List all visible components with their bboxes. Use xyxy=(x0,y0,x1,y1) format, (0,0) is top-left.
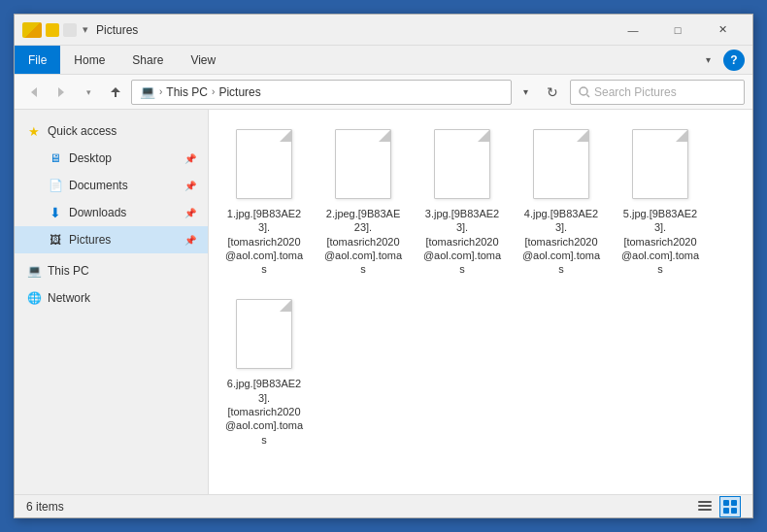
menu-bar: File Home Share View ▾ ? xyxy=(15,46,752,75)
file-item-6[interactable]: 6.jpg.[9B83AE23]. [tomasrich2020 @aol.co… xyxy=(220,291,308,449)
documents-icon: 📄 xyxy=(48,178,63,193)
address-down-button[interactable]: ▾ xyxy=(516,80,535,105)
status-bar: 6 items xyxy=(15,494,752,517)
file-item-3[interactable]: 3.jpg.[9B83AE23]. [tomasrich2020 @aol.co… xyxy=(418,121,506,280)
file-icon-3 xyxy=(428,125,496,203)
sidebar-label-this-pc: This PC xyxy=(48,264,89,278)
menu-view[interactable]: View xyxy=(177,46,229,74)
svg-rect-2 xyxy=(698,501,712,503)
menu-file[interactable]: File xyxy=(15,46,60,74)
file-item-2[interactable]: 2.jpeg.[9B83AE23]. [tomasrich2020 @aol.c… xyxy=(319,121,407,280)
quick-access-icon: ★ xyxy=(26,123,42,139)
svg-rect-4 xyxy=(698,509,712,511)
address-dropdown-button[interactable]: ▾ xyxy=(77,81,100,104)
file-label-5: 5.jpg.[9B83AE23]. [tomasrich2020 @aol.co… xyxy=(620,207,700,276)
svg-rect-7 xyxy=(723,508,729,514)
file-icon-2 xyxy=(329,125,397,203)
this-pc-icon: 💻 xyxy=(26,263,42,279)
up-button[interactable] xyxy=(104,81,127,104)
address-this-pc[interactable]: This PC xyxy=(166,85,208,99)
sidebar-item-pictures[interactable]: 🖼 Pictures 📌 xyxy=(15,226,208,253)
file-area: 1.jpg.[9B83AE23]. [tomasrich2020 @aol.co… xyxy=(209,110,752,494)
window-icon xyxy=(22,22,42,38)
file-item-4[interactable]: 4.jpg.[9B83AE23]. [tomasrich2020 @aol.co… xyxy=(517,121,605,280)
minimize-button[interactable]: — xyxy=(611,15,655,46)
file-label-3: 3.jpg.[9B83AE23]. [tomasrich2020 @aol.co… xyxy=(422,207,502,276)
address-box[interactable]: 💻 › This PC › Pictures xyxy=(131,80,512,105)
window-title: Pictures xyxy=(96,23,611,37)
tile-view-button[interactable] xyxy=(719,496,741,517)
sidebar-item-network[interactable]: 🌐 Network xyxy=(15,284,208,312)
file-label-4: 4.jpg.[9B83AE23]. [tomasrich2020 @aol.co… xyxy=(521,207,601,276)
quick-icon-1[interactable] xyxy=(46,23,59,37)
pin-icon-desktop: 📌 xyxy=(184,153,196,164)
svg-rect-5 xyxy=(723,500,729,506)
forward-button[interactable] xyxy=(50,81,73,104)
sidebar-label-pictures: Pictures xyxy=(69,233,111,247)
menu-chevron-icon[interactable]: ▾ xyxy=(696,49,719,72)
file-explorer-window: ▾ Pictures — □ ✕ File Home Share View ▾ … xyxy=(14,14,753,518)
help-button[interactable]: ? xyxy=(723,50,745,71)
view-controls xyxy=(694,496,741,517)
network-icon: 🌐 xyxy=(26,290,42,306)
window-controls: — □ ✕ xyxy=(611,15,745,46)
address-bar: ▾ 💻 › This PC › Pictures ▾ ↻ Search Pict… xyxy=(15,75,752,110)
title-dropdown[interactable]: ▾ xyxy=(83,23,88,36)
sidebar-label-network: Network xyxy=(48,291,90,305)
search-placeholder: Search Pictures xyxy=(594,85,677,99)
file-icon-6 xyxy=(230,295,298,373)
sidebar-item-documents[interactable]: 📄 Documents 📌 xyxy=(15,172,208,199)
search-icon xyxy=(579,86,590,98)
svg-rect-6 xyxy=(731,500,737,506)
pin-icon-downloads: 📌 xyxy=(184,208,196,218)
file-label-1: 1.jpg.[9B83AE23]. [tomasrich2020 @aol.co… xyxy=(224,207,304,276)
pin-icon-documents: 📌 xyxy=(184,181,196,191)
title-bar: ▾ Pictures — □ ✕ xyxy=(15,15,752,46)
file-item-5[interactable]: 5.jpg.[9B83AE23]. [tomasrich2020 @aol.co… xyxy=(617,121,704,280)
item-count: 6 items xyxy=(26,500,64,514)
address-separator-1: › xyxy=(159,86,162,97)
svg-rect-3 xyxy=(698,505,712,507)
menu-bar-right: ▾ ? xyxy=(696,49,752,72)
computer-icon: 💻 xyxy=(140,84,155,99)
menu-share[interactable]: Share xyxy=(118,46,177,74)
svg-point-0 xyxy=(580,87,587,95)
sidebar-label-desktop: Desktop xyxy=(69,151,112,165)
quick-icon-2[interactable] xyxy=(63,23,77,37)
pictures-icon: 🖼 xyxy=(48,232,63,248)
sidebar-item-this-pc[interactable]: 💻 This PC xyxy=(15,257,208,284)
downloads-icon: ⬇ xyxy=(48,205,63,220)
svg-rect-8 xyxy=(731,508,737,514)
svg-line-1 xyxy=(587,94,590,97)
menu-home[interactable]: Home xyxy=(60,46,118,74)
sidebar-label-quick-access: Quick access xyxy=(48,124,117,138)
sidebar-label-downloads: Downloads xyxy=(69,206,126,219)
sidebar-item-quick-access[interactable]: ★ Quick access xyxy=(15,117,208,145)
address-separator-2: › xyxy=(212,86,215,97)
refresh-button[interactable]: ↻ xyxy=(539,80,566,105)
sidebar-label-documents: Documents xyxy=(69,179,128,192)
desktop-icon: 🖥 xyxy=(48,150,63,166)
back-button[interactable] xyxy=(22,81,46,104)
close-button[interactable]: ✕ xyxy=(700,15,745,46)
file-icon-5 xyxy=(626,125,694,203)
list-view-button[interactable] xyxy=(694,496,716,517)
title-bar-icons: ▾ xyxy=(22,22,88,38)
sidebar: ★ Quick access 🖥 Desktop 📌 📄 Documents 📌… xyxy=(15,110,209,494)
file-item-1[interactable]: 1.jpg.[9B83AE23]. [tomasrich2020 @aol.co… xyxy=(220,121,308,280)
file-icon-4 xyxy=(527,125,595,203)
file-icon-1 xyxy=(230,125,298,203)
file-label-2: 2.jpeg.[9B83AE23]. [tomasrich2020 @aol.c… xyxy=(323,207,403,276)
main-area: ★ Quick access 🖥 Desktop 📌 📄 Documents 📌… xyxy=(15,110,752,494)
sidebar-item-desktop[interactable]: 🖥 Desktop 📌 xyxy=(15,145,208,172)
maximize-button[interactable]: □ xyxy=(655,15,700,46)
address-pictures[interactable]: Pictures xyxy=(218,85,260,99)
file-label-6: 6.jpg.[9B83AE23]. [tomasrich2020 @aol.co… xyxy=(224,377,304,446)
search-box[interactable]: Search Pictures xyxy=(570,80,745,105)
sidebar-item-downloads[interactable]: ⬇ Downloads 📌 xyxy=(15,199,208,226)
pin-icon-pictures: 📌 xyxy=(184,235,196,246)
